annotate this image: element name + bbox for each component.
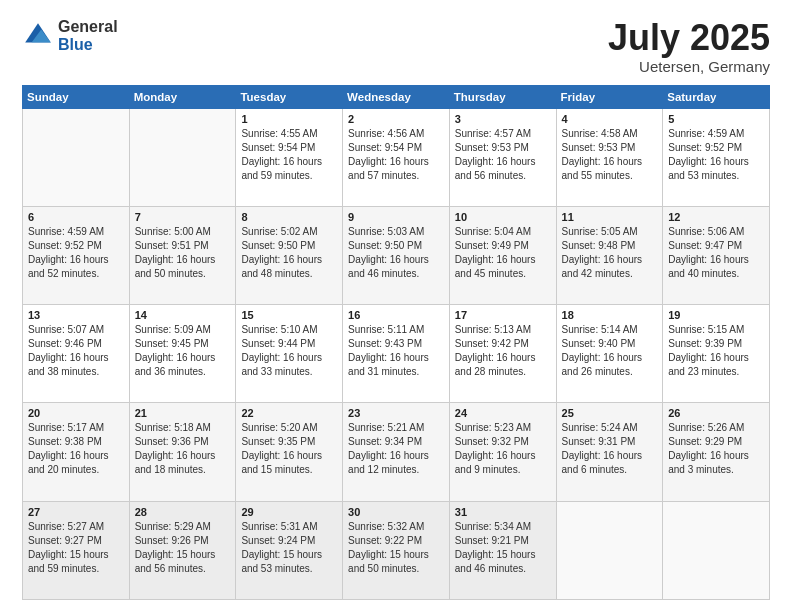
day-number: 23 [348,407,444,419]
day-number: 20 [28,407,124,419]
logo: General Blue [22,18,118,53]
day-number: 1 [241,113,337,125]
calendar-cell: 19Sunrise: 5:15 AM Sunset: 9:39 PM Dayli… [663,305,770,403]
calendar-cell: 25Sunrise: 5:24 AM Sunset: 9:31 PM Dayli… [556,403,663,501]
day-number: 11 [562,211,658,223]
day-number: 10 [455,211,551,223]
calendar-header-thursday: Thursday [449,85,556,108]
day-number: 2 [348,113,444,125]
calendar-cell: 22Sunrise: 5:20 AM Sunset: 9:35 PM Dayli… [236,403,343,501]
cell-content: Sunrise: 5:06 AM Sunset: 9:47 PM Dayligh… [668,225,764,281]
calendar-cell: 11Sunrise: 5:05 AM Sunset: 9:48 PM Dayli… [556,206,663,304]
calendar-cell: 30Sunrise: 5:32 AM Sunset: 9:22 PM Dayli… [343,501,450,599]
cell-content: Sunrise: 5:09 AM Sunset: 9:45 PM Dayligh… [135,323,231,379]
cell-content: Sunrise: 4:58 AM Sunset: 9:53 PM Dayligh… [562,127,658,183]
day-number: 13 [28,309,124,321]
calendar-cell: 2Sunrise: 4:56 AM Sunset: 9:54 PM Daylig… [343,108,450,206]
cell-content: Sunrise: 4:57 AM Sunset: 9:53 PM Dayligh… [455,127,551,183]
logo-blue-text: Blue [58,36,118,54]
calendar-cell [556,501,663,599]
calendar-cell: 6Sunrise: 4:59 AM Sunset: 9:52 PM Daylig… [23,206,130,304]
day-number: 17 [455,309,551,321]
calendar-cell: 21Sunrise: 5:18 AM Sunset: 9:36 PM Dayli… [129,403,236,501]
calendar-header-tuesday: Tuesday [236,85,343,108]
month-title: July 2025 [608,18,770,58]
cell-content: Sunrise: 5:02 AM Sunset: 9:50 PM Dayligh… [241,225,337,281]
cell-content: Sunrise: 5:04 AM Sunset: 9:49 PM Dayligh… [455,225,551,281]
calendar-cell: 4Sunrise: 4:58 AM Sunset: 9:53 PM Daylig… [556,108,663,206]
day-number: 15 [241,309,337,321]
calendar-cell: 23Sunrise: 5:21 AM Sunset: 9:34 PM Dayli… [343,403,450,501]
cell-content: Sunrise: 5:10 AM Sunset: 9:44 PM Dayligh… [241,323,337,379]
cell-content: Sunrise: 5:05 AM Sunset: 9:48 PM Dayligh… [562,225,658,281]
day-number: 29 [241,506,337,518]
logo-general-text: General [58,18,118,36]
cell-content: Sunrise: 4:55 AM Sunset: 9:54 PM Dayligh… [241,127,337,183]
calendar-cell [129,108,236,206]
cell-content: Sunrise: 5:26 AM Sunset: 9:29 PM Dayligh… [668,421,764,477]
calendar-week-1: 1Sunrise: 4:55 AM Sunset: 9:54 PM Daylig… [23,108,770,206]
day-number: 14 [135,309,231,321]
calendar-cell: 15Sunrise: 5:10 AM Sunset: 9:44 PM Dayli… [236,305,343,403]
location-subtitle: Uetersen, Germany [608,58,770,75]
calendar-cell [663,501,770,599]
calendar-header-wednesday: Wednesday [343,85,450,108]
day-number: 25 [562,407,658,419]
day-number: 31 [455,506,551,518]
cell-content: Sunrise: 4:59 AM Sunset: 9:52 PM Dayligh… [28,225,124,281]
day-number: 16 [348,309,444,321]
cell-content: Sunrise: 5:34 AM Sunset: 9:21 PM Dayligh… [455,520,551,576]
calendar-cell: 9Sunrise: 5:03 AM Sunset: 9:50 PM Daylig… [343,206,450,304]
day-number: 27 [28,506,124,518]
calendar-week-5: 27Sunrise: 5:27 AM Sunset: 9:27 PM Dayli… [23,501,770,599]
calendar-cell: 8Sunrise: 5:02 AM Sunset: 9:50 PM Daylig… [236,206,343,304]
calendar-cell: 24Sunrise: 5:23 AM Sunset: 9:32 PM Dayli… [449,403,556,501]
header: General Blue July 2025 Uetersen, Germany [22,18,770,75]
day-number: 21 [135,407,231,419]
calendar-week-4: 20Sunrise: 5:17 AM Sunset: 9:38 PM Dayli… [23,403,770,501]
day-number: 24 [455,407,551,419]
cell-content: Sunrise: 5:11 AM Sunset: 9:43 PM Dayligh… [348,323,444,379]
calendar-cell: 18Sunrise: 5:14 AM Sunset: 9:40 PM Dayli… [556,305,663,403]
cell-content: Sunrise: 5:23 AM Sunset: 9:32 PM Dayligh… [455,421,551,477]
calendar-cell: 5Sunrise: 4:59 AM Sunset: 9:52 PM Daylig… [663,108,770,206]
cell-content: Sunrise: 5:29 AM Sunset: 9:26 PM Dayligh… [135,520,231,576]
calendar-week-2: 6Sunrise: 4:59 AM Sunset: 9:52 PM Daylig… [23,206,770,304]
day-number: 28 [135,506,231,518]
logo-icon [22,20,54,52]
day-number: 5 [668,113,764,125]
day-number: 19 [668,309,764,321]
calendar-cell: 27Sunrise: 5:27 AM Sunset: 9:27 PM Dayli… [23,501,130,599]
calendar-header-monday: Monday [129,85,236,108]
calendar-cell: 17Sunrise: 5:13 AM Sunset: 9:42 PM Dayli… [449,305,556,403]
cell-content: Sunrise: 5:03 AM Sunset: 9:50 PM Dayligh… [348,225,444,281]
day-number: 9 [348,211,444,223]
calendar-table: SundayMondayTuesdayWednesdayThursdayFrid… [22,85,770,600]
cell-content: Sunrise: 4:59 AM Sunset: 9:52 PM Dayligh… [668,127,764,183]
calendar-cell: 12Sunrise: 5:06 AM Sunset: 9:47 PM Dayli… [663,206,770,304]
day-number: 12 [668,211,764,223]
cell-content: Sunrise: 4:56 AM Sunset: 9:54 PM Dayligh… [348,127,444,183]
day-number: 22 [241,407,337,419]
calendar-cell: 20Sunrise: 5:17 AM Sunset: 9:38 PM Dayli… [23,403,130,501]
calendar-cell [23,108,130,206]
calendar-cell: 16Sunrise: 5:11 AM Sunset: 9:43 PM Dayli… [343,305,450,403]
calendar-header-row: SundayMondayTuesdayWednesdayThursdayFrid… [23,85,770,108]
calendar-cell: 28Sunrise: 5:29 AM Sunset: 9:26 PM Dayli… [129,501,236,599]
cell-content: Sunrise: 5:27 AM Sunset: 9:27 PM Dayligh… [28,520,124,576]
cell-content: Sunrise: 5:00 AM Sunset: 9:51 PM Dayligh… [135,225,231,281]
calendar-week-3: 13Sunrise: 5:07 AM Sunset: 9:46 PM Dayli… [23,305,770,403]
calendar-cell: 13Sunrise: 5:07 AM Sunset: 9:46 PM Dayli… [23,305,130,403]
calendar-cell: 26Sunrise: 5:26 AM Sunset: 9:29 PM Dayli… [663,403,770,501]
cell-content: Sunrise: 5:21 AM Sunset: 9:34 PM Dayligh… [348,421,444,477]
title-block: July 2025 Uetersen, Germany [608,18,770,75]
day-number: 3 [455,113,551,125]
cell-content: Sunrise: 5:13 AM Sunset: 9:42 PM Dayligh… [455,323,551,379]
calendar-cell: 29Sunrise: 5:31 AM Sunset: 9:24 PM Dayli… [236,501,343,599]
cell-content: Sunrise: 5:24 AM Sunset: 9:31 PM Dayligh… [562,421,658,477]
calendar-header-friday: Friday [556,85,663,108]
calendar-cell: 31Sunrise: 5:34 AM Sunset: 9:21 PM Dayli… [449,501,556,599]
calendar-cell: 7Sunrise: 5:00 AM Sunset: 9:51 PM Daylig… [129,206,236,304]
day-number: 30 [348,506,444,518]
calendar-header-saturday: Saturday [663,85,770,108]
